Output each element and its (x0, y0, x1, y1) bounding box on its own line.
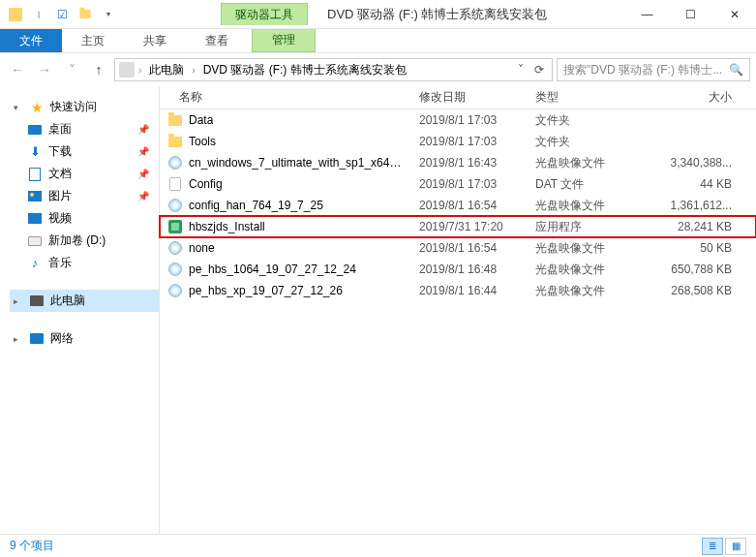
view-toggle: ≣ ▦ (702, 538, 746, 555)
column-size[interactable]: 大小 (624, 86, 756, 108)
address-bar[interactable]: › 此电脑 › DVD 驱动器 (F:) 韩博士系统离线安装包 ˅ ⟳ (114, 58, 553, 81)
file-name: pe_hbs_xp_19_07_27_12_26 (189, 284, 343, 297)
sidebar-pictures[interactable]: 图片📌 (10, 185, 159, 207)
file-date: 2019/8/1 16:54 (411, 199, 528, 212)
search-box[interactable]: 搜索"DVD 驱动器 (F:) 韩博士... 🔍 (557, 58, 750, 81)
file-row[interactable]: pe_hbs_xp_19_07_27_12_262019/8/1 16:44光盘… (160, 280, 756, 301)
breadcrumb-separator: › (136, 65, 143, 76)
ribbon-tab-view[interactable]: 查看 (186, 29, 248, 52)
navbar: ← → ˅ ↑ › 此电脑 › DVD 驱动器 (F:) 韩博士系统离线安装包 … (0, 53, 756, 86)
file-row[interactable]: Data2019/8/1 17:03文件夹 (160, 109, 756, 131)
sidebar-label: 此电脑 (50, 293, 85, 309)
ribbon-tab-manage[interactable]: 管理 (252, 29, 316, 52)
status-item-count: 9 个项目 (10, 538, 54, 554)
file-row[interactable]: cn_windows_7_ultimate_with_sp1_x64_...20… (160, 152, 756, 173)
file-date: 2019/8/1 16:54 (411, 241, 528, 255)
file-date: 2019/7/31 17:20 (411, 220, 528, 233)
disc-icon (168, 241, 182, 255)
file-size: 3,340,388... (624, 156, 756, 170)
expand-icon[interactable]: ▸ (14, 334, 23, 344)
window-controls: — ☐ ✕ (625, 0, 756, 29)
close-button[interactable]: ✕ (712, 0, 756, 29)
ribbon-tab-home[interactable]: 主页 (62, 29, 124, 52)
file-row[interactable]: config_han_764_19_7_252019/8/1 16:54光盘映像… (160, 195, 756, 216)
app-icon[interactable] (6, 5, 25, 24)
sidebar-label: 快速访问 (50, 99, 97, 115)
file-name: Config (189, 177, 223, 191)
sidebar-desktop[interactable]: 桌面📌 (10, 118, 159, 140)
minimize-button[interactable]: — (625, 0, 669, 29)
sidebar-network[interactable]: ▸ 网络 (10, 327, 159, 350)
sidebar-videos[interactable]: 视频 (10, 207, 159, 230)
file-row[interactable]: Config2019/8/1 17:03DAT 文件44 KB (160, 173, 756, 195)
file-name: Data (189, 113, 213, 127)
sidebar-label: 视频 (48, 210, 72, 227)
breadcrumb-separator: › (190, 65, 197, 76)
column-headers: 名称 修改日期 类型 大小 (160, 86, 756, 109)
search-icon[interactable]: 🔍 (729, 63, 743, 77)
music-icon: ♪ (27, 256, 43, 271)
disc-icon (168, 284, 182, 297)
sidebar-quick-access[interactable]: ▾ ★ 快速访问 (10, 96, 159, 118)
qat-customize[interactable]: ▾ (99, 5, 118, 24)
column-date[interactable]: 修改日期 (411, 86, 528, 108)
sidebar-new-volume-d[interactable]: 新加卷 (D:) (10, 230, 159, 252)
file-date: 2019/8/1 16:48 (411, 263, 528, 276)
maximize-button[interactable]: ☐ (669, 0, 712, 29)
icons-view-button[interactable]: ▦ (725, 538, 746, 555)
quick-access-toolbar: | ☑ ▾ (0, 5, 124, 24)
address-dropdown[interactable]: ˅ ⟳ (518, 63, 548, 77)
status-bar: 9 个项目 ≣ ▦ (0, 534, 756, 557)
column-name[interactable]: 名称 (160, 86, 411, 108)
breadcrumb-current[interactable]: DVD 驱动器 (F:) 韩博士系统离线安装包 (199, 62, 410, 78)
file-row[interactable]: pe_hbs_1064_19_07_27_12_242019/8/1 16:48… (160, 259, 756, 280)
file-type: 文件夹 (528, 112, 624, 129)
file-type: 光盘映像文件 (528, 240, 624, 257)
file-icon (169, 177, 181, 191)
sidebar-this-pc[interactable]: ▸ 此电脑 (10, 290, 159, 312)
location-icon (119, 62, 135, 77)
sidebar-label: 下载 (48, 143, 72, 160)
picture-icon (28, 191, 42, 201)
folder-icon (168, 115, 182, 126)
file-row[interactable]: hbszjds_Install2019/7/31 17:20应用程序28,241… (160, 216, 756, 237)
file-row[interactable]: Tools2019/8/1 17:03文件夹 (160, 131, 756, 152)
column-type[interactable]: 类型 (528, 86, 624, 108)
file-size: 50 KB (624, 241, 756, 255)
file-size: 44 KB (624, 177, 756, 191)
pin-icon: 📌 (137, 191, 155, 201)
file-row[interactable]: none2019/8/1 16:54光盘映像文件50 KB (160, 237, 756, 259)
main-area: ▾ ★ 快速访问 桌面📌 ⬇下载📌 文档📌 图片📌 视频 新加卷 (D:) ♪音… (0, 86, 756, 534)
back-button[interactable]: ← (6, 58, 29, 81)
ribbon-tab-file[interactable]: 文件 (0, 29, 62, 52)
disc-icon (168, 156, 182, 170)
sidebar-label: 音乐 (48, 255, 72, 271)
file-name: none (189, 241, 215, 255)
pin-icon: 📌 (137, 124, 155, 135)
document-icon (29, 168, 41, 181)
refresh-icon[interactable]: ⟳ (534, 63, 544, 77)
file-size: 268,508 KB (624, 284, 756, 297)
download-icon: ⬇ (27, 144, 43, 160)
up-button[interactable]: ↑ (87, 58, 110, 81)
sidebar-label: 桌面 (48, 121, 72, 138)
sidebar-music[interactable]: ♪音乐 (10, 252, 159, 274)
sidebar-label: 文档 (48, 166, 72, 182)
details-view-button[interactable]: ≣ (702, 538, 723, 555)
breadcrumb-this-pc[interactable]: 此电脑 (145, 62, 188, 78)
sidebar-documents[interactable]: 文档📌 (10, 163, 159, 185)
expand-icon[interactable]: ▾ (14, 103, 23, 112)
qat-new-folder[interactable] (76, 5, 95, 24)
qat-properties[interactable]: ☑ (52, 5, 72, 24)
folder-icon (168, 137, 182, 147)
expand-icon[interactable]: ▸ (14, 296, 23, 306)
file-type: 光盘映像文件 (528, 155, 624, 171)
app-icon (168, 220, 182, 233)
ribbon-tab-share[interactable]: 共享 (124, 29, 186, 52)
recent-locations-button[interactable]: ˅ (60, 58, 83, 81)
qat-separator: | (29, 5, 48, 24)
contextual-tab-drive-tools: 驱动器工具 (221, 3, 308, 25)
forward-button[interactable]: → (33, 58, 56, 81)
search-placeholder: 搜索"DVD 驱动器 (F:) 韩博士... (563, 62, 723, 78)
sidebar-downloads[interactable]: ⬇下载📌 (10, 140, 159, 163)
